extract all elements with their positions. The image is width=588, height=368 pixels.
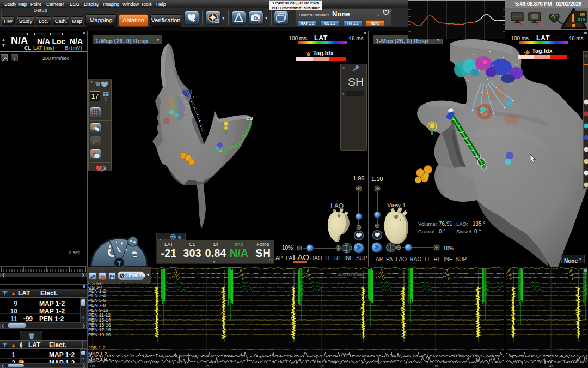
svg-text:MAP 1-2: MAP 1-2: [88, 351, 107, 357]
svg-text:IG: IG: [215, 20, 219, 23]
svg-text:4s: 4s: [549, 364, 553, 368]
svg-text:x: x: [519, 21, 522, 26]
svg-text:PEN 19-20: PEN 19-20: [88, 332, 111, 337]
svg-text:MAP 3-4: MAP 3-4: [88, 357, 107, 363]
svg-text:76.91: 76.91: [439, 221, 452, 227]
svg-text:1s: 1s: [205, 364, 209, 368]
svg-text:1.95: 1.95: [353, 175, 364, 182]
svg-text:0.3: 0.3: [219, 149, 222, 152]
svg-text:View 1: View 1: [387, 202, 406, 208]
svg-text:0 °: 0 °: [439, 228, 445, 234]
svg-text:0.2: 0.2: [243, 134, 247, 137]
svg-text:1.10: 1.10: [371, 176, 383, 182]
svg-text:Volume:: Volume:: [418, 221, 437, 227]
svg-text:Swivel:: Swivel:: [456, 228, 473, 234]
svg-text:135 °: 135 °: [473, 221, 485, 227]
svg-text:0 °: 0 °: [474, 228, 481, 234]
svg-text:Cranial:: Cranial:: [418, 228, 436, 234]
svg-text:LAO:: LAO:: [456, 221, 468, 227]
svg-text:10%: 10%: [443, 245, 454, 251]
svg-text:0s: 0s: [90, 364, 95, 368]
svg-text:20B 1-2: 20B 1-2: [88, 345, 106, 351]
svg-text:x: x: [32, 335, 35, 340]
svg-text:10%: 10%: [282, 245, 293, 251]
svg-text:2s: 2s: [319, 364, 323, 368]
svg-text:x: x: [537, 21, 540, 26]
svg-text:3s: 3s: [433, 364, 438, 368]
svg-text:CS: CS: [246, 116, 253, 121]
svg-text:0.1: 0.1: [231, 145, 235, 148]
svg-text:AP PA LAO RAO LL RL INF: AP PA LAO RAO LL RL INF SUP: [376, 256, 467, 262]
